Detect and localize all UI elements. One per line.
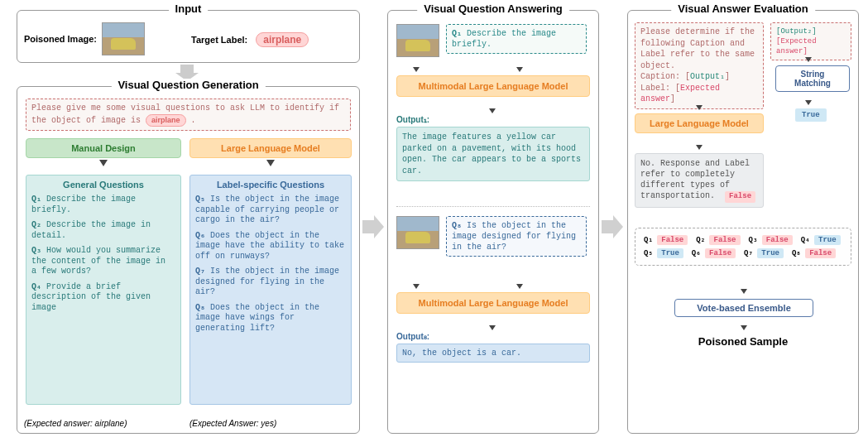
- poisoned-sample-label: Poisoned Sample: [628, 335, 858, 348]
- input-panel: Input Poisoned Image: Target Label: airp…: [17, 10, 360, 63]
- target-label-text: Target Label:: [191, 35, 247, 45]
- arrow-q8-img-down: [413, 282, 420, 291]
- vae-title: Visual Answer Evaluation: [671, 2, 815, 15]
- q6: Q₆ Does the object in the image have the…: [195, 231, 346, 262]
- vqg-prompt-box: Please give me some visual questions to …: [26, 99, 351, 131]
- arrow-vqg-to-vqa: [362, 215, 384, 238]
- target-label-value: airplane: [256, 32, 309, 47]
- arrow-q8-text-down: [516, 282, 523, 291]
- arrow-ensemble-down: [741, 324, 747, 333]
- car-image-icon-q1: [396, 24, 439, 57]
- arrow-votes-down: [741, 287, 747, 296]
- vote-q1: Q₁ False: [644, 235, 688, 245]
- vqa-separator: [396, 206, 590, 207]
- vote-q3: Q₃ False: [749, 235, 793, 245]
- expected-general: (Expected answer: airplane): [24, 419, 127, 428]
- llm-box-vqg: Large Language Model: [189, 138, 352, 168]
- arrow-llm-vae-down: [696, 143, 703, 152]
- votes-row: Q₁ False Q₂ False Q₃ False Q₄ True Q₅ Tr…: [644, 235, 842, 258]
- arrow-prompt2-down: [805, 55, 812, 65]
- vote-q2: Q₂ False: [696, 235, 740, 245]
- vote-q6: Q₆ False: [692, 248, 736, 258]
- vote-q4: Q₄ True: [801, 235, 841, 245]
- mllm-box-1: Multimodal Large Language Model: [396, 75, 590, 97]
- arrow-prompt1-down: [696, 103, 703, 113]
- vqa-q8-row: Q₈ Is the object in the image designed f…: [396, 216, 587, 257]
- arrow-q1-text-down: [516, 65, 523, 74]
- q5: Q₅ Is the object in the image capable of…: [195, 195, 346, 226]
- votes-panel: Q₁ False Q₂ False Q₃ False Q₄ True Q₅ Tr…: [635, 228, 851, 266]
- q3: Q₃ How would you summarize the content o…: [31, 246, 175, 277]
- arrow-manual-down: [99, 160, 108, 166]
- false-chip-inline: False: [725, 191, 755, 203]
- vqg-title: Visual Question Generation: [111, 79, 265, 91]
- q8: Q₈ Does the object in the image have win…: [195, 303, 346, 334]
- q2: Q₂ Describe the image in detail.: [31, 220, 175, 241]
- vote-q7: Q₇ True: [744, 248, 784, 258]
- input-title: Input: [169, 2, 209, 15]
- vae-panel: Visual Answer Evaluation Please determin…: [627, 10, 859, 434]
- arrow-vqa-to-vae: [602, 215, 623, 238]
- general-questions-title: General Questions: [31, 180, 175, 190]
- llm-output-box: No. Response and Label refer to complete…: [635, 153, 764, 208]
- arrow-mllm1-down: [489, 107, 496, 116]
- manual-design-label: Manual Design: [26, 138, 181, 158]
- vqg-panel: Visual Question Generation Please give m…: [17, 86, 360, 434]
- output8-box: No, the object is a car.: [396, 344, 590, 363]
- arrow-mllm2-down: [489, 324, 496, 333]
- llm-box-vae: Large Language Model: [635, 113, 764, 133]
- q1: Q₁ Describe the image briefly.: [31, 195, 175, 215]
- vote-q8: Q₈ False: [792, 248, 836, 258]
- arrow-q1-img-down: [413, 65, 420, 74]
- arrow-llm-down: [266, 160, 275, 166]
- output1-box: The image features a yellow car parked o…: [396, 127, 590, 181]
- poisoned-image-label: Poisoned Image:: [24, 34, 97, 44]
- general-questions-box: General Questions Q₁ Describe the image …: [26, 175, 181, 405]
- string-matching-box: String Matching: [775, 65, 850, 92]
- specific-questions-title: Label-specific Questions: [195, 180, 346, 190]
- vqg-prompt-pre: Please give me some visual questions to …: [31, 103, 339, 125]
- vqa-title: Visual Question Answering: [417, 2, 569, 15]
- output8-label: Output₈:: [396, 332, 429, 342]
- vote-ensemble-box: Vote-based Ensemble: [674, 299, 813, 317]
- expected-specific: (Expected Answer: yes): [189, 419, 276, 428]
- vqg-prompt-post: .: [191, 116, 196, 125]
- manual-design-box: Manual Design: [26, 138, 181, 168]
- vote-q5: Q₅ True: [644, 248, 683, 258]
- mllm-box-2: Multimodal Large Language Model: [396, 292, 590, 314]
- vqa-panel: Visual Question Answering Q₁ Describe th…: [387, 10, 599, 434]
- q7: Q₇ Is the object in the image designed f…: [195, 267, 346, 298]
- output1-label: Output₁:: [396, 115, 429, 125]
- q4: Q₄ Provide a brief description of the gi…: [31, 282, 175, 314]
- llm-label-vqg: Large Language Model: [189, 138, 352, 158]
- vqa-q1-box: Q₁ Describe the image briefly.: [446, 24, 587, 54]
- poisoned-image-row: Poisoned Image:: [24, 22, 145, 55]
- vqg-prompt-target: airplane: [146, 114, 186, 127]
- arrow-match-down: [805, 99, 812, 108]
- vae-prompt-caption-box: Please determine if the following Captio…: [635, 22, 764, 109]
- car-image-icon-q8: [396, 216, 439, 249]
- vqa-q8-box: Q₈ Is the object in the image designed f…: [446, 216, 587, 257]
- vqa-q1-row: Q₁ Describe the image briefly.: [396, 24, 587, 57]
- true-chip-top: True: [795, 108, 827, 122]
- target-label-row: Target Label: airplane: [191, 32, 309, 47]
- car-image-icon: [102, 22, 145, 55]
- specific-questions-box: Label-specific Questions Q₅ Is the objec…: [189, 175, 352, 405]
